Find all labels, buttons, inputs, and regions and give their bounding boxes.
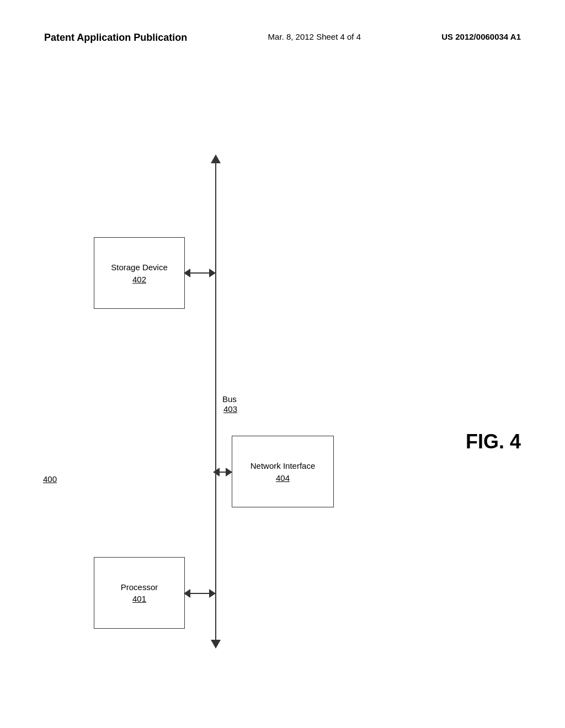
bus-line	[215, 160, 216, 640]
network-num: 404	[276, 473, 290, 483]
diagram-area: Bus 403 Storage Device 402 Network Inter…	[0, 88, 565, 728]
network-label: Network Interface	[250, 461, 316, 472]
storage-device-box: Storage Device 402	[94, 237, 185, 309]
bus-num: 403	[223, 404, 237, 414]
network-interface-box: Network Interface 404	[232, 436, 334, 507]
bus-text: Bus	[222, 394, 237, 404]
figure-label: FIG. 4	[466, 430, 521, 453]
processor-box: Processor 401	[94, 557, 185, 629]
bus-label-group: Bus 403	[222, 394, 237, 414]
processor-arrow-right-icon	[209, 589, 216, 598]
publication-label: Patent Application Publication	[44, 32, 187, 44]
page: Patent Application Publication Mar. 8, 2…	[0, 0, 565, 728]
processor-num: 401	[132, 594, 146, 603]
arrow-down-icon	[211, 640, 221, 649]
storage-num: 402	[132, 275, 146, 284]
ref-400-label: 400	[43, 474, 57, 484]
processor-label: Processor	[121, 582, 158, 592]
header: Patent Application Publication Mar. 8, 2…	[0, 32, 565, 44]
storage-label: Storage Device	[111, 262, 168, 273]
storage-arrow-right-icon	[209, 269, 216, 277]
sheet-info: Mar. 8, 2012 Sheet 4 of 4	[268, 32, 361, 41]
arrow-up-icon	[211, 154, 221, 163]
network-arrow-right-icon	[226, 468, 232, 477]
patent-number: US 2012/0060034 A1	[441, 32, 521, 41]
